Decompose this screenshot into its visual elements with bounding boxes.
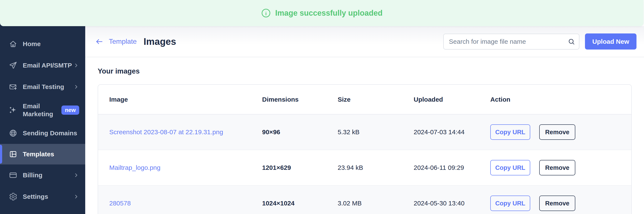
copy-url-button[interactable]: Copy URL bbox=[490, 160, 530, 175]
cell-size: 3.02 MB bbox=[338, 200, 414, 207]
page-title: Images bbox=[144, 36, 176, 47]
sparkles-icon bbox=[8, 105, 18, 115]
image-link[interactable]: Screenshot 2023-08-07 at 22.19.31.png bbox=[109, 128, 262, 136]
images-table: Image Dimensions Size Uploaded Action Sc… bbox=[98, 84, 632, 214]
sidebar-item-email-testing[interactable]: Email Testing bbox=[0, 76, 85, 98]
upload-new-button[interactable]: Upload New bbox=[585, 33, 636, 49]
main-content: Template Images Upload New Your images bbox=[85, 26, 644, 214]
column-header-size: Size bbox=[338, 96, 414, 103]
table-row: Screenshot 2023-08-07 at 22.19.31.png 90… bbox=[98, 114, 631, 150]
search-input[interactable] bbox=[443, 34, 580, 49]
sidebar-item-label: Sending Domains bbox=[23, 129, 77, 137]
app-window: Home Email API/SMTP bbox=[0, 0, 644, 214]
home-icon bbox=[8, 39, 18, 48]
cell-uploaded: 2024-07-03 14:44 bbox=[414, 128, 490, 136]
sidebar-item-label: Email Marketing bbox=[23, 102, 62, 118]
info-circle-icon bbox=[261, 8, 271, 18]
active-indicator bbox=[0, 145, 2, 164]
back-link-label: Template bbox=[109, 37, 137, 45]
cell-actions: Copy URL Remove bbox=[490, 196, 631, 211]
sidebar-item-label: Email API/SMTP bbox=[23, 61, 72, 69]
search-icon bbox=[568, 38, 575, 46]
sidebar-item-templates[interactable]: Templates bbox=[0, 144, 85, 165]
sidebar-item-sending-domains[interactable]: Sending Domains bbox=[0, 122, 85, 144]
sidebar-item-settings[interactable]: Settings bbox=[0, 186, 85, 207]
search-box bbox=[443, 34, 580, 49]
chevron-right-icon bbox=[73, 172, 79, 178]
paper-plane-icon bbox=[8, 61, 18, 70]
sidebar-item-email-marketing[interactable]: Email Marketing new bbox=[0, 98, 85, 122]
sidebar: Home Email API/SMTP bbox=[0, 0, 85, 214]
table-row: 280578 1024×1024 3.02 MB 2024-05-30 13:4… bbox=[98, 185, 631, 214]
sidebar-item-email-api-smtp[interactable]: Email API/SMTP bbox=[0, 55, 85, 76]
cell-size: 23.94 kB bbox=[338, 164, 414, 171]
success-banner: Image successfully uploaded bbox=[0, 0, 644, 26]
copy-url-button[interactable]: Copy URL bbox=[490, 196, 530, 211]
cell-dimensions: 1024×1024 bbox=[262, 200, 338, 207]
sidebar-item-billing[interactable]: Billing bbox=[0, 165, 85, 186]
breadcrumb: Template Images bbox=[95, 36, 176, 47]
column-header-action: Action bbox=[490, 96, 631, 103]
column-header-image: Image bbox=[109, 96, 262, 103]
copy-url-button[interactable]: Copy URL bbox=[490, 124, 530, 140]
chevron-right-icon bbox=[73, 84, 79, 90]
cell-dimensions: 1201×629 bbox=[262, 164, 338, 171]
sidebar-item-label: Email Testing bbox=[23, 83, 64, 91]
table-header-row: Image Dimensions Size Uploaded Action bbox=[98, 85, 631, 114]
remove-button[interactable]: Remove bbox=[539, 196, 575, 211]
cell-actions: Copy URL Remove bbox=[490, 124, 631, 140]
page-header: Template Images Upload New bbox=[85, 26, 644, 57]
sidebar-item-home[interactable]: Home bbox=[0, 33, 85, 55]
cell-uploaded: 2024-05-30 13:40 bbox=[414, 200, 490, 207]
arrow-left-icon bbox=[95, 37, 103, 46]
template-icon bbox=[8, 150, 18, 159]
globe-icon bbox=[8, 129, 18, 138]
sidebar-menu: Home Email API/SMTP bbox=[0, 33, 85, 207]
banner-message: Image successfully uploaded bbox=[275, 8, 382, 17]
image-link[interactable]: Mailtrap_logo.png bbox=[109, 164, 262, 171]
credit-card-icon bbox=[8, 171, 18, 180]
cell-size: 5.32 kB bbox=[338, 128, 414, 136]
images-section: Your images Image Dimensions Size Upload… bbox=[85, 57, 644, 214]
cell-actions: Copy URL Remove bbox=[490, 160, 631, 175]
remove-button[interactable]: Remove bbox=[539, 160, 575, 175]
header-actions: Upload New bbox=[443, 33, 636, 49]
cell-uploaded: 2024-06-11 09:29 bbox=[414, 164, 490, 171]
email-sparkle-icon bbox=[8, 82, 18, 91]
sidebar-item-label: Settings bbox=[23, 193, 48, 201]
remove-button[interactable]: Remove bbox=[539, 124, 575, 140]
back-to-template-link[interactable]: Template bbox=[95, 37, 137, 46]
table-row: Mailtrap_logo.png 1201×629 23.94 kB 2024… bbox=[98, 150, 631, 185]
chevron-right-icon bbox=[73, 194, 79, 200]
column-header-dimensions: Dimensions bbox=[262, 96, 338, 103]
column-header-uploaded: Uploaded bbox=[414, 96, 490, 103]
chevron-right-icon bbox=[73, 62, 79, 68]
image-link[interactable]: 280578 bbox=[109, 200, 262, 207]
sidebar-item-label: Templates bbox=[23, 150, 54, 158]
table-body: Screenshot 2023-08-07 at 22.19.31.png 90… bbox=[98, 114, 631, 214]
sidebar-item-label: Billing bbox=[23, 171, 42, 179]
gear-icon bbox=[8, 192, 18, 201]
cell-dimensions: 90×96 bbox=[262, 128, 338, 136]
sidebar-item-label: Home bbox=[23, 40, 40, 48]
new-badge: new bbox=[62, 105, 79, 115]
section-title: Your images bbox=[98, 67, 632, 75]
